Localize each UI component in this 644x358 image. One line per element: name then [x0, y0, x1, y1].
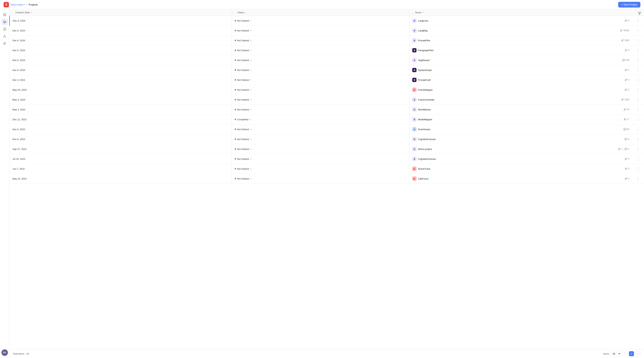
status-badge[interactable]: Not Started ▾ [235, 158, 252, 160]
table-row[interactable]: May 3, 2024 Not Started ▾ ◆ WordWeave 🔗 … [10, 105, 644, 115]
more-button[interactable]: ⋮ [635, 87, 641, 92]
row-meta: 🔗 0 [624, 49, 629, 51]
sort-icon-date: ⇅ [31, 11, 32, 13]
status-badge[interactable]: Not Started ▾ [235, 177, 252, 180]
filter-button[interactable] [637, 11, 642, 16]
more-button[interactable]: ⋮ [635, 156, 641, 162]
status-badge[interactable]: Not Started ▾ [235, 79, 252, 81]
page-title: Projects [28, 3, 38, 6]
table-row[interactable]: Dec 6, 2024 Not Started ▾ ■ ParagraphPil… [10, 45, 644, 55]
more-button[interactable]: ⋮ [635, 28, 641, 33]
table-row[interactable]: May 31, 2022 Not Started ▾ ▶ ClipFocus 🔗… [10, 174, 644, 184]
status-badge[interactable]: Not Started ▾ [235, 88, 252, 91]
cell-name: ◆ FusionAnnotate 🔗 2500 [409, 95, 632, 105]
cell-date: Dec 4, 2024 [10, 75, 232, 85]
avatar[interactable]: DU [2, 350, 8, 356]
more-button[interactable]: ⋮ [635, 38, 641, 43]
items-per-page-select[interactable]: 2050100 [610, 351, 621, 356]
link-icon: 🔗 [624, 108, 626, 111]
table-row[interactable]: Dec 6, 2024 Not Started ▾ ◆ TagWeaver 💬 … [10, 55, 644, 65]
more-button[interactable]: ⋮ [635, 117, 641, 122]
more-button[interactable]: ⋮ [635, 67, 641, 73]
table-row[interactable]: Dec 6, 2024 Not Started ▾ ◆ PromptPilot … [10, 35, 644, 45]
table-row[interactable]: Sep 27, 2023 Not Started ▾ ◆ Demo projec… [10, 144, 644, 154]
table-row[interactable]: Dec 12, 2023 Completed ▾ ◆ ModelMapper 🔗… [10, 115, 644, 124]
comment-icon: 💬 [624, 148, 627, 150]
more-button[interactable]: ⋮ [635, 146, 641, 152]
more-button[interactable]: ⋮ [635, 57, 641, 63]
project-icon: ◆ [412, 38, 416, 42]
sidebar-item-home[interactable] [2, 11, 8, 18]
col-header-name[interactable]: :: Name ⇅ [409, 9, 632, 16]
table-row[interactable]: Nov 6, 2023 Not Started ▾ ◆ CognitiveCan… [10, 134, 644, 144]
more-button[interactable]: ⋮ [635, 166, 641, 171]
new-project-button[interactable]: + New Project [618, 2, 640, 7]
status-badge[interactable]: Not Started ▾ [235, 59, 252, 61]
table-row[interactable]: May 3, 2024 Not Started ▾ ◆ FusionAnnota… [10, 95, 644, 105]
col-header-date[interactable]: :: Creation Date ⇅ [10, 9, 232, 16]
table-row[interactable]: Jun 7, 2022 Not Started ▾ ▶ SceneTrack 🔗… [10, 164, 644, 174]
cell-actions: ⋮ [632, 105, 644, 115]
status-badge[interactable]: Not Started ▾ [235, 29, 252, 32]
status-badge[interactable]: Not Started ▾ [235, 39, 252, 42]
chevron-down-icon: ▾ [250, 168, 251, 170]
status-badge[interactable]: Not Started ▾ [235, 69, 252, 71]
link-meta: 🔗 0 [624, 49, 629, 51]
project-name: LangMap [418, 29, 620, 32]
more-button[interactable]: ⋮ [635, 18, 641, 23]
next-page-button[interactable]: › [636, 351, 640, 356]
table-row[interactable]: Dec 6, 2024 Not Started ▾ ◆ LangLens 🔗 0… [10, 16, 644, 26]
row-meta: 🔗 2800 [621, 39, 629, 42]
cell-actions: ⋮ [632, 134, 644, 144]
cell-date: May 31, 2022 [10, 174, 232, 184]
projects-table: :: Creation Date ⇅ :: Status ⇅ [9, 9, 644, 184]
table-row[interactable]: Jul 25, 2023 Not Started ▾ ◆ CognitionCa… [10, 154, 644, 164]
prev-page-button[interactable]: ‹ [622, 351, 628, 356]
more-button[interactable]: ⋮ [635, 107, 641, 112]
cell-name: ◆ Demo project 🔗 1 💬 0 [409, 144, 632, 154]
table-row[interactable]: Dec 6, 2024 Not Started ▾ ◆ LangMap 🔗 18… [10, 26, 644, 35]
table-row[interactable]: May 29, 2024 Not Started ▾ ▶ FrameMapper… [10, 85, 644, 95]
page-1-button[interactable]: 1 [629, 351, 634, 356]
status-badge[interactable]: Not Started ▾ [235, 168, 252, 170]
status-badge[interactable]: Not Started ▾ [235, 108, 252, 111]
link-meta: 🔗 0 [624, 158, 629, 160]
status-dot [235, 49, 236, 51]
status-label: Not Started [237, 98, 249, 101]
more-button[interactable]: ⋮ [635, 47, 641, 53]
status-label: Not Started [237, 108, 249, 111]
link-count: 0 [628, 69, 629, 71]
status-badge[interactable]: Not Started ▾ [235, 49, 252, 52]
sidebar-item-network[interactable] [2, 33, 8, 39]
more-button[interactable]: ⋮ [635, 176, 641, 181]
more-button[interactable]: ⋮ [635, 97, 641, 102]
link-icon: 🔗 [624, 79, 627, 81]
more-button[interactable]: ⋮ [635, 136, 641, 142]
sidebar-item-components[interactable] [2, 40, 8, 47]
table-row[interactable]: Nov 6, 2023 Not Started ▾ ◆ PixelArtisan… [10, 124, 644, 134]
cell-name: ▶ SceneTrack 🔗 0 [409, 164, 632, 174]
status-dot [235, 109, 236, 110]
cell-status: Not Started ▾ [232, 75, 409, 85]
row-meta: 🔗 0 [624, 177, 629, 180]
more-button[interactable]: ⋮ [635, 127, 641, 132]
more-button[interactable]: ⋮ [635, 77, 641, 83]
project-icon: ◆ [412, 127, 416, 131]
status-badge[interactable]: Not Started ▾ [235, 19, 252, 22]
table-row[interactable]: Dec 6, 2024 Not Started ▾ ■ SyntaxScope … [10, 65, 644, 75]
sidebar-item-docs[interactable] [2, 26, 8, 32]
link-icon: 🔗 [618, 148, 621, 150]
grip-icon: :: [235, 11, 236, 14]
team-name[interactable]: Demo team ▾ [10, 3, 25, 6]
sidebar-item-layers[interactable] [2, 19, 8, 25]
col-header-status[interactable]: :: Status ⇅ [232, 9, 409, 16]
status-badge[interactable]: Completed ▾ [235, 118, 251, 121]
status-badge[interactable]: Not Started ▾ [235, 98, 252, 101]
status-badge[interactable]: Not Started ▾ [235, 138, 252, 141]
table-row[interactable]: Dec 4, 2024 Not Started ▾ ■ PromptCraft … [10, 75, 644, 85]
project-name: CognitiveCanvas [418, 138, 624, 141]
link-count: 40 [627, 108, 629, 111]
link-count: 18500 [623, 29, 629, 32]
status-badge[interactable]: Not Started ▾ [235, 148, 252, 150]
status-badge[interactable]: Not Started ▾ [235, 128, 252, 131]
